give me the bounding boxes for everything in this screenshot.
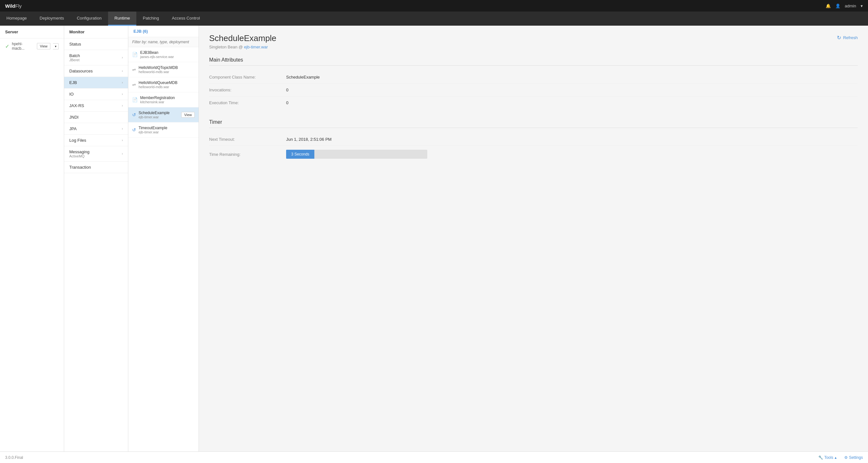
monitor-item-jndi[interactable]: JNDI (64, 111, 128, 123)
timer-row-next-timeout: Next Timeout: Jun 1, 2018, 2:51:06 PM (209, 133, 858, 146)
attr-row-execution-time: Execution Time: 0 (209, 97, 858, 109)
nav-item-homepage[interactable]: Homepage (0, 11, 33, 26)
ejb-arrow-icon: › (122, 81, 123, 84)
timer-title: Timer (209, 119, 858, 128)
footer: 3.0.0.Final 🔧 Tools ▴ ⚙ Settings (0, 452, 868, 463)
footer-tools[interactable]: 🔧 Tools ▴ (818, 455, 837, 460)
refresh-button[interactable]: ↻ Refresh (837, 33, 858, 42)
server-view-button[interactable]: View (37, 43, 50, 49)
main-layout: Server ✓ hpehl-macb... View ▾ Monitor St… (0, 26, 868, 452)
settings-icon: ⚙ (844, 455, 848, 460)
ejb-item-helloworldqueuemdb[interactable]: ⇌ HelloWorldQueueMDB helloworld-mdb.war (128, 77, 198, 92)
server-panel: Server ✓ hpehl-macb... View ▾ (0, 26, 64, 452)
monitor-item-messaging[interactable]: Messaging ActiveMQ › (64, 146, 128, 162)
timer-row-time-remaining: Time Remaining: 3 Seconds (209, 146, 858, 163)
footer-version: 3.0.0.Final (5, 455, 23, 460)
brand-logo: WildFly (5, 3, 22, 9)
nav-item-configuration[interactable]: Configuration (70, 11, 108, 26)
ejb-item-timeoutexample[interactable]: ↺ TimeoutExample ejb-timer.war (128, 123, 198, 138)
server-item: ✓ hpehl-macb... View ▾ (0, 38, 64, 54)
nav-item-patching[interactable]: Patching (136, 11, 165, 26)
topbar-right: 🔔 👤 admin ▾ (826, 3, 863, 8)
attr-row-invocations: Invocations: 0 (209, 84, 858, 97)
timer-table: Next Timeout: Jun 1, 2018, 2:51:06 PM Ti… (209, 133, 858, 163)
nav-item-access-control[interactable]: Access Control (165, 11, 206, 26)
memberregistration-icon: 📄 (132, 97, 137, 102)
scheduleexample-icon: ↺ (132, 112, 136, 118)
detail-subtitle-link[interactable]: ejb-timer.war (244, 44, 268, 49)
nav-item-runtime[interactable]: Runtime (108, 11, 136, 26)
batch-arrow-icon: › (122, 56, 123, 59)
monitor-item-log-files[interactable]: Log Files › (64, 135, 128, 146)
monitor-item-jpa[interactable]: JPA › (64, 123, 128, 135)
ejb-panel-title-link[interactable]: EJB (6) (133, 29, 148, 34)
user-dropdown-icon[interactable]: ▾ (861, 3, 863, 8)
ejb-item-scheduleexample[interactable]: ↺ ScheduleExample ejb-timer.war View (128, 107, 198, 123)
helloworldqueuemdb-icon: ⇌ (132, 82, 136, 87)
refresh-label: Refresh (843, 35, 858, 40)
attr-row-class-name: Component Class Name: ScheduleExample (209, 71, 858, 84)
progress-bar-fill: 3 Seconds (286, 150, 314, 159)
monitor-panel: Monitor Status Batch JBeret › Datasource… (64, 26, 128, 452)
monitor-item-status[interactable]: Status (64, 38, 128, 50)
detail-header: ScheduleExample ↻ Refresh (209, 33, 858, 43)
refresh-icon: ↻ (837, 35, 841, 41)
ejb-item-memberregistration[interactable]: 📄 MemberRegistration kitchensink.war (128, 92, 198, 107)
ejb-panel-title: EJB (6) (128, 26, 198, 37)
server-name-label: hpehl-macb... (12, 42, 34, 51)
attributes-table: Component Class Name: ScheduleExample In… (209, 71, 858, 109)
helloworldqtopicmdb-icon: ⇌ (132, 67, 136, 72)
detail-subtitle: Singleton Bean @ ejb-timer.war (209, 44, 858, 49)
jpa-arrow-icon: › (122, 127, 123, 131)
time-remaining-progress-bar: 3 Seconds (286, 150, 427, 159)
ejb3bean-icon: 📄 (132, 52, 137, 57)
datasources-arrow-icon: › (122, 69, 123, 73)
monitor-item-datasources[interactable]: Datasources › (64, 65, 128, 77)
monitor-item-batch[interactable]: Batch JBeret › (64, 50, 128, 65)
ejb-item-ejb3bean[interactable]: 📄 EJB3Bean jaxws-ejb-service.war (128, 47, 198, 62)
log-files-arrow-icon: › (122, 138, 123, 142)
server-dropdown-button[interactable]: ▾ (53, 43, 59, 49)
detail-title: ScheduleExample (209, 33, 277, 43)
bell-icon[interactable]: 🔔 (826, 3, 831, 8)
io-arrow-icon: › (122, 92, 123, 96)
ejb-item-helloworldqtopicmdb[interactable]: ⇌ HelloWorldQTopicMDB helloworld-mdb.war (128, 62, 198, 77)
jax-rs-arrow-icon: › (122, 104, 123, 107)
monitor-item-transaction[interactable]: Transaction (64, 162, 128, 173)
messaging-arrow-icon: › (122, 152, 123, 156)
monitor-panel-title: Monitor (64, 26, 128, 38)
topbar: WildFly 🔔 👤 admin ▾ (0, 0, 868, 11)
monitor-item-jax-rs[interactable]: JAX-RS › (64, 100, 128, 111)
timeoutexample-icon: ↺ (132, 127, 136, 132)
server-panel-title: Server (0, 26, 64, 38)
tools-icon: 🔧 (818, 455, 823, 460)
ejb-panel: EJB (6) 📄 EJB3Bean jaxws-ejb-service.war… (128, 26, 199, 452)
ejb-filter-input[interactable] (128, 37, 198, 47)
monitor-item-ejb[interactable]: EJB › (64, 77, 128, 89)
user-icon: 👤 (835, 3, 840, 8)
nav: Homepage Deployments Configuration Runti… (0, 11, 868, 26)
user-label: admin (845, 3, 856, 8)
footer-settings[interactable]: ⚙ Settings (844, 455, 863, 460)
server-status-icon: ✓ (5, 43, 9, 49)
main-attributes-title: Main Attributes (209, 57, 858, 66)
scheduleexample-view-button[interactable]: View (181, 112, 195, 118)
nav-item-deployments[interactable]: Deployments (33, 11, 70, 26)
detail-panel: ScheduleExample ↻ Refresh Singleton Bean… (199, 26, 868, 452)
ejb-list: 📄 EJB3Bean jaxws-ejb-service.war ⇌ Hello… (128, 47, 198, 452)
monitor-item-io[interactable]: IO › (64, 89, 128, 100)
